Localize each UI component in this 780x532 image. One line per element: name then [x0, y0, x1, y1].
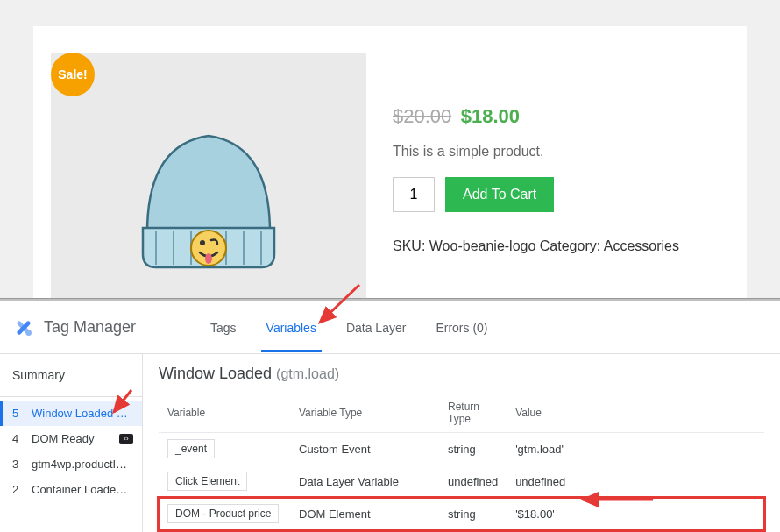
cart-row: Add To Cart	[393, 177, 729, 212]
product-card: Sale! $20.00 $18.00 This is a simple pro…	[33, 26, 747, 298]
variable-badge: DOM - Product price	[167, 504, 279, 523]
svg-point-8	[205, 253, 212, 264]
event-list: 5 Window Loaded … 4 DOM Ready ‹› 3 gtm4w…	[0, 397, 142, 502]
old-price: $20.00	[393, 105, 451, 127]
add-to-cart-button[interactable]: Add To Cart	[445, 177, 554, 212]
event-number: 3	[12, 458, 23, 471]
cell-type: Data Layer Variable	[290, 465, 439, 498]
table-row[interactable]: Click Element Data Layer Variable undefi…	[159, 465, 764, 498]
beanie-image	[112, 92, 305, 285]
cell-return: string	[439, 433, 507, 465]
summary-title[interactable]: Summary	[0, 354, 142, 397]
product-description: This is a simple product.	[393, 144, 729, 160]
new-price: $18.00	[461, 105, 520, 127]
cell-return: undefined	[439, 465, 507, 498]
event-number: 5	[12, 407, 23, 420]
gtm-body: Summary 5 Window Loaded … 4 DOM Ready ‹›…	[0, 354, 780, 532]
category-label: Category:	[540, 238, 600, 253]
gtm-debug-panel: Tag Manager Tags Variables Data Layer Er…	[0, 301, 780, 532]
product-image: Sale!	[51, 53, 366, 298]
event-name: Container Loaded…	[32, 483, 133, 496]
event-item-dom-ready[interactable]: 4 DOM Ready ‹›	[0, 426, 142, 451]
col-variable: Variable	[159, 394, 290, 433]
sku-label: SKU:	[393, 238, 425, 253]
variables-table: Variable Variable Type Return Type Value…	[159, 394, 764, 532]
price-row: $20.00 $18.00	[393, 105, 729, 128]
col-value: Value	[507, 394, 764, 433]
col-type: Variable Type	[290, 394, 439, 433]
cell-value: '$18.00'	[507, 498, 764, 530]
gtm-logo-icon	[12, 316, 35, 339]
cell-value: undefined	[507, 465, 764, 498]
gtm-brand: Tag Manager	[0, 316, 184, 339]
gtm-tabs: Tags Variables Data Layer Errors (0)	[210, 303, 488, 352]
event-name: gtm4wp.productI…	[32, 458, 133, 471]
tab-errors[interactable]: Errors (0)	[436, 303, 487, 352]
code-icon: ‹›	[119, 434, 133, 444]
cell-type: Custom Event	[290, 433, 439, 465]
table-row-highlighted[interactable]: DOM - Product price DOM Element string '…	[159, 498, 764, 530]
main-title-text: Window Loaded	[159, 365, 272, 382]
event-item-window-loaded[interactable]: 5 Window Loaded …	[0, 401, 142, 426]
event-name: Window Loaded …	[32, 407, 133, 420]
cell-return: string	[439, 498, 507, 530]
col-return: Return Type	[439, 394, 507, 433]
sku-value: Woo-beanie-logo	[429, 238, 536, 253]
variable-badge: _event	[167, 439, 215, 458]
main-subtitle: (gtm.load)	[276, 366, 339, 381]
gtm-main-title: Window Loaded (gtm.load)	[159, 365, 764, 383]
event-item-container-loaded[interactable]: 2 Container Loaded…	[0, 477, 142, 502]
event-item-gtm4wp[interactable]: 3 gtm4wp.productI…	[0, 451, 142, 477]
tab-tags[interactable]: Tags	[210, 303, 237, 352]
table-header-row: Variable Variable Type Return Type Value	[159, 394, 764, 433]
cell-value: 'gtm.load'	[507, 433, 764, 465]
gtm-title: Tag Manager	[44, 318, 136, 337]
product-info: $20.00 $18.00 This is a simple product. …	[393, 53, 729, 272]
product-meta: SKU: Woo-beanie-logo Category: Accessori…	[393, 238, 729, 254]
gtm-sidebar: Summary 5 Window Loaded … 4 DOM Ready ‹›…	[0, 354, 143, 532]
gtm-header: Tag Manager Tags Variables Data Layer Er…	[0, 301, 780, 354]
svg-point-7	[200, 240, 205, 245]
event-number: 2	[12, 483, 23, 496]
svg-point-11	[25, 330, 32, 336]
category-link[interactable]: Accessories	[604, 238, 679, 253]
cell-type: DOM Element	[290, 498, 439, 530]
variable-badge: Click Element	[167, 472, 247, 491]
quantity-input[interactable]	[393, 177, 435, 212]
event-name: DOM Ready	[32, 432, 110, 445]
event-number: 4	[12, 432, 23, 445]
tab-data-layer[interactable]: Data Layer	[346, 303, 406, 352]
tab-variables[interactable]: Variables	[266, 303, 316, 352]
table-row[interactable]: _event Custom Event string 'gtm.load'	[159, 433, 764, 465]
sale-badge: Sale!	[51, 53, 95, 96]
gtm-main: Window Loaded (gtm.load) Variable Variab…	[143, 354, 780, 532]
